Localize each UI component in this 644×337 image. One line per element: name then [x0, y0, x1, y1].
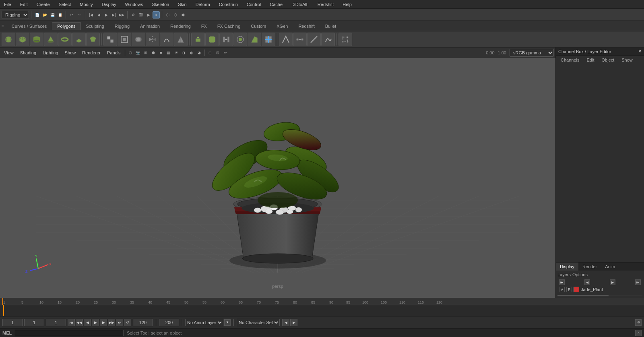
vp-paint-button[interactable]: ✏ [222, 49, 229, 56]
preferences-button[interactable]: ⚙ [635, 319, 642, 326]
shelf-tab-fx[interactable]: FX [196, 22, 212, 30]
layer-visibility-v[interactable]: V [559, 287, 565, 292]
bridge-button[interactable] [219, 33, 233, 46]
vp-select-all-button[interactable]: ⬡ [127, 49, 134, 56]
layer-tab-options[interactable]: Options [572, 272, 588, 277]
menu-control[interactable]: Control [245, 1, 262, 8]
poly-cube-button[interactable] [16, 33, 29, 46]
extrude-button[interactable] [191, 33, 205, 46]
shelf-tab-animation[interactable]: Animation [135, 22, 165, 30]
menu-create[interactable]: Create [35, 1, 52, 8]
next-frame-button[interactable]: ▶| [110, 11, 118, 19]
poly-torus-button[interactable] [58, 33, 72, 46]
layer-first-button[interactable]: ⏮ [559, 279, 565, 285]
shelf-tab-custom[interactable]: Custom [246, 22, 271, 30]
channel-box-close[interactable]: ✕ [638, 49, 642, 54]
anim-layer-dropdown[interactable]: ▼ [224, 319, 231, 326]
poly-cone-button[interactable] [44, 33, 58, 46]
cbt-anim[interactable]: Anim [601, 263, 619, 271]
poly-cylinder-button[interactable] [30, 33, 43, 46]
menu-select[interactable]: Select [57, 1, 73, 8]
viewport-render-button[interactable]: ● [153, 11, 160, 19]
char-set-selector[interactable]: No Character Set [237, 319, 280, 326]
vp-camera-button[interactable]: 📷 [134, 49, 142, 56]
ipr-button[interactable]: ▶ [145, 11, 152, 19]
shelf-tab-xgen[interactable]: XGen [271, 22, 293, 30]
extract-button[interactable] [118, 33, 131, 46]
cbt-display[interactable]: Display [556, 263, 578, 271]
menu-display[interactable]: Display [100, 1, 118, 8]
anim-layer-selector[interactable]: No Anim Layer [185, 319, 223, 326]
shelf-tab-sculpting[interactable]: Sculpting [81, 22, 109, 30]
shelf-tab-curves[interactable]: Curves / Surfaces [6, 22, 52, 30]
layer-playback-p[interactable]: P [566, 287, 572, 292]
undo-button[interactable]: ↩ [68, 11, 75, 19]
menu-file[interactable]: File [2, 1, 13, 8]
vp-shaded-button[interactable]: ■ [157, 49, 165, 56]
menu-modify[interactable]: Modify [78, 1, 94, 8]
vp-light-button[interactable]: ☀ [173, 49, 180, 56]
render-settings-button[interactable]: ⚙ [130, 11, 137, 19]
transport-last-button[interactable]: ⏭ [116, 319, 123, 326]
prev-frame-button[interactable]: ◀ [95, 11, 102, 19]
multi-cut-button[interactable] [262, 33, 275, 46]
save-scene-button[interactable]: 💾 [49, 11, 56, 19]
menu-cache[interactable]: Cache [268, 1, 284, 8]
play-button[interactable]: ▶ [103, 11, 110, 19]
deform-lattice-button[interactable] [339, 33, 352, 46]
render-button[interactable]: 🎬 [137, 11, 144, 19]
menu-constrain[interactable]: Constrain [217, 1, 239, 8]
menu-3dtall[interactable]: -3DtoAll- [290, 1, 310, 8]
display-mode-button[interactable]: ⬡ [164, 11, 171, 19]
mel-label[interactable]: MEL [2, 331, 12, 335]
shelf-tab-polygons[interactable]: Polygons [52, 22, 80, 30]
viewport-menu-lighting[interactable]: Lighting [40, 50, 61, 56]
transport-loop-button[interactable]: ↺ [124, 319, 131, 326]
wedge-button[interactable] [248, 33, 261, 46]
smooth-button[interactable] [160, 33, 173, 46]
vp-isolate-button[interactable]: ◻ [206, 49, 214, 56]
connect-button[interactable] [293, 33, 307, 46]
vp-ao-button[interactable]: ◐ [188, 49, 195, 56]
menu-edit[interactable]: Edit [19, 1, 29, 8]
crease-tool-button[interactable] [279, 33, 293, 46]
shaded-button[interactable]: ⬢ [180, 11, 187, 19]
vp-shadow-button[interactable]: ◑ [180, 49, 188, 56]
viewport-menu-show[interactable]: Show [62, 50, 78, 56]
menu-windows[interactable]: Windows [124, 1, 145, 8]
new-scene-button[interactable]: 📄 [33, 11, 41, 19]
vp-depth-button[interactable]: ◕ [196, 49, 203, 56]
mirror-button[interactable] [146, 33, 159, 46]
open-scene-button[interactable]: 📂 [41, 11, 48, 19]
menu-help[interactable]: Help [341, 1, 353, 8]
viewport-menu-view[interactable]: View [2, 50, 16, 56]
sculpt-geometry-button[interactable] [321, 33, 335, 46]
color-space-selector[interactable]: sRGB gamma [510, 49, 554, 57]
char-set-next[interactable]: ▶ [290, 319, 297, 326]
timeline-ruler[interactable]: 1 5 10 15 20 25 30 35 40 45 50 55 60 65 … [0, 298, 644, 305]
cb-tab-edit[interactable]: Edit [583, 57, 597, 63]
viewport-menu-shading[interactable]: Shading [18, 50, 39, 56]
layer-tab-layers[interactable]: Layers [557, 272, 571, 277]
cb-tab-show[interactable]: Show [618, 57, 636, 63]
viewport-3d[interactable]: X Y Z persp [0, 58, 555, 298]
save-increment-button[interactable]: 📋 [56, 11, 64, 19]
cb-tab-object[interactable]: Object [598, 57, 617, 63]
shelf-menu-icon[interactable]: ≡ [2, 24, 4, 28]
viewport-menu-panels[interactable]: Panels [105, 50, 123, 56]
combine-button[interactable] [103, 33, 117, 46]
layer-color-swatch[interactable] [574, 287, 579, 292]
poly-disc-button[interactable] [86, 33, 100, 46]
transport-first-button[interactable]: ⏮ [68, 319, 75, 326]
transport-next-key-button[interactable]: ▶▶ [108, 319, 115, 326]
range-start-field[interactable]: 1 [2, 319, 23, 326]
shelf-tab-redshift[interactable]: Redshift [293, 22, 320, 30]
playback-end-field[interactable]: 200 [159, 319, 179, 326]
transport-prev-frame-button[interactable]: ◀ [84, 319, 91, 326]
menu-redshift[interactable]: Redshift [316, 1, 335, 8]
shelf-tab-rigging[interactable]: Rigging [109, 22, 135, 30]
shelf-tab-fx-caching[interactable]: FX Caching [212, 22, 246, 30]
vp-wireframe-button[interactable]: ⬢ [150, 49, 157, 56]
timeline-track[interactable] [0, 305, 644, 316]
vp-textured-button[interactable]: ▦ [165, 49, 172, 56]
